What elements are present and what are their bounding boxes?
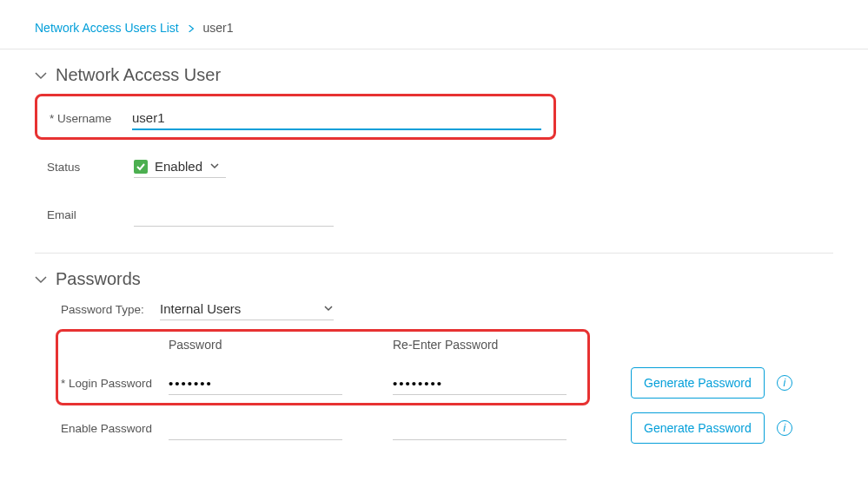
chevron-down-icon: [35, 69, 47, 82]
login-password-input[interactable]: [169, 371, 342, 395]
login-password-label: Login Password: [47, 377, 169, 390]
chevron-down-icon: [323, 301, 334, 316]
chevron-down-icon: [35, 273, 47, 286]
email-label: Email: [47, 208, 134, 221]
status-dropdown[interactable]: Enabled: [134, 155, 226, 178]
enable-password-reenter-input[interactable]: [393, 416, 567, 440]
chevron-right-icon: [188, 21, 198, 35]
password-type-label: Password Type:: [47, 303, 160, 316]
enable-password-label: Enable Password: [47, 422, 169, 435]
breadcrumb-current: user1: [203, 21, 234, 35]
username-highlight-box: Username: [35, 94, 556, 140]
chevron-down-icon: [209, 160, 220, 174]
breadcrumb: Network Access Users List user1: [0, 0, 868, 49]
generate-password-button[interactable]: Generate Password: [631, 367, 765, 399]
password-type-dropdown[interactable]: Internal Users: [160, 298, 334, 320]
section-title-passwords: Passwords: [56, 269, 141, 289]
breadcrumb-parent-link[interactable]: Network Access Users List: [35, 21, 179, 35]
password-column-header: Password: [169, 338, 377, 352]
reenter-password-column-header: Re-Enter Password: [393, 338, 601, 352]
section-header-user[interactable]: Network Access User: [35, 49, 833, 94]
info-icon[interactable]: i: [777, 375, 792, 391]
username-label: Username: [50, 112, 132, 125]
login-password-reenter-input[interactable]: [393, 371, 567, 395]
info-icon[interactable]: i: [777, 420, 792, 436]
generate-password-button[interactable]: Generate Password: [631, 412, 765, 444]
status-label: Status: [47, 161, 134, 174]
enable-password-input[interactable]: [169, 416, 342, 440]
section-header-passwords[interactable]: Passwords: [35, 254, 833, 298]
status-value: Enabled: [155, 159, 202, 174]
section-title-user: Network Access User: [56, 65, 221, 85]
check-icon: [134, 160, 148, 174]
password-type-value: Internal Users: [160, 301, 241, 316]
username-input[interactable]: [132, 107, 541, 130]
email-input[interactable]: [134, 202, 334, 227]
